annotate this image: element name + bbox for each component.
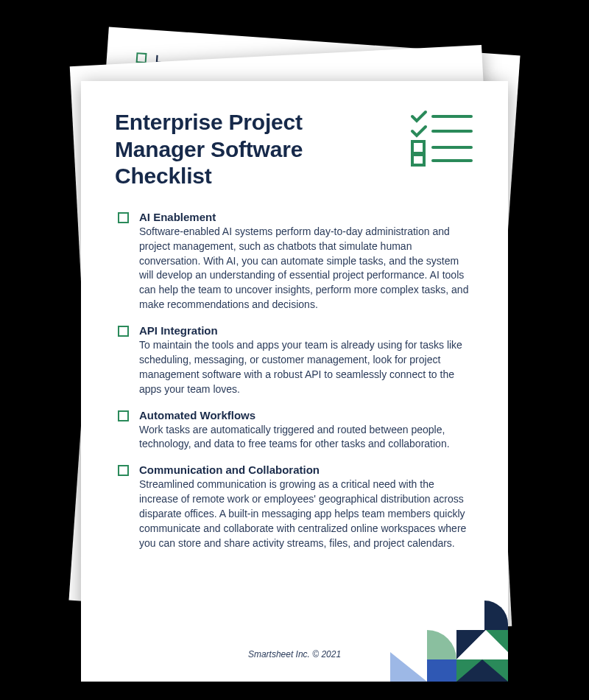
checkbox-icon[interactable]: [118, 410, 129, 421]
item-title: API Integration: [139, 324, 474, 337]
svg-rect-10: [484, 624, 508, 630]
item-body: AI Enablement Software-enabled AI system…: [139, 211, 474, 312]
checklist-icon: [409, 109, 474, 167]
svg-marker-16: [456, 659, 508, 682]
item-description: To maintain the tools and apps your team…: [139, 338, 474, 397]
svg-marker-15: [486, 630, 508, 652]
item-title: Communication and Collaboration: [139, 463, 474, 476]
list-item: AI Enablement Software-enabled AI system…: [115, 211, 474, 312]
svg-marker-14: [486, 630, 508, 659]
checkbox-icon[interactable]: [118, 465, 129, 476]
list-item: Automated Workflows Work tasks are autom…: [115, 409, 474, 452]
item-title: AI Enablement: [139, 211, 474, 223]
item-body: API Integration To maintain the tools an…: [139, 324, 474, 397]
svg-rect-8: [427, 659, 456, 682]
checkbox-icon[interactable]: [118, 326, 129, 337]
item-body: Communication and Collaboration Streamli…: [139, 463, 474, 550]
svg-marker-12: [456, 659, 508, 682]
page-header: Enterprise Project Manager Software Chec…: [115, 109, 474, 190]
item-description: Streamlined communication is growing as …: [139, 477, 474, 550]
list-item: Communication and Collaboration Streamli…: [115, 463, 474, 550]
checklist-items: AI Enablement Software-enabled AI system…: [115, 211, 474, 634]
item-description: Work tasks are automatically triggered a…: [139, 423, 474, 452]
list-item: API Integration To maintain the tools an…: [115, 324, 474, 397]
svg-rect-2: [412, 141, 424, 153]
checkbox-icon[interactable]: [118, 212, 129, 223]
page-footer: Smartsheet Inc. © 2021: [115, 634, 474, 659]
document-stack: L Customizati Enterprise Project Manager…: [0, 0, 589, 700]
front-page: Enterprise Project Manager Software Chec…: [81, 81, 508, 682]
page-title: Enterprise Project Manager Software Chec…: [115, 109, 380, 190]
item-description: Software-enabled AI systems perform day-…: [139, 225, 474, 312]
item-title: Automated Workflows: [139, 409, 474, 421]
item-body: Automated Workflows Work tasks are autom…: [139, 409, 474, 452]
